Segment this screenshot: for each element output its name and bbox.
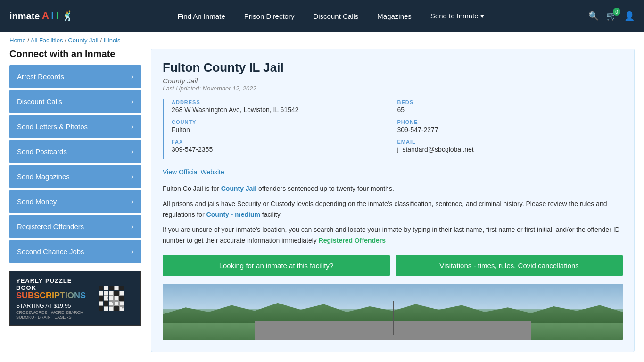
sidebar-label-send-postcards: Send Postcards <box>17 148 67 156</box>
chevron-right-icon: › <box>131 72 134 82</box>
sidebar-label-send-money: Send Money <box>17 197 57 206</box>
sidebar-label-second-chance-jobs: Second Chance Jobs <box>17 247 84 255</box>
sidebar-menu: Arrest Records › Discount Calls › Send L… <box>9 65 141 263</box>
chevron-right-icon: › <box>131 147 134 156</box>
beds-value: 65 <box>397 106 623 114</box>
facility-name: Fulton County IL Jail <box>163 60 623 75</box>
sidebar-label-arrest-records: Arrest Records <box>17 73 64 81</box>
ad-line3: STARTING AT $19.95 <box>16 303 86 309</box>
desc-para-3: If you are unsure of your inmate's locat… <box>163 224 623 246</box>
sidebar-item-send-postcards[interactable]: Send Postcards › <box>9 140 141 163</box>
facility-info-grid: ADDRESS 268 W Washington Ave, Lewiston, … <box>163 99 623 159</box>
breadcrumb-state[interactable]: Illinois <box>103 37 120 44</box>
main-nav: Find An Inmate Prison Directory Discount… <box>88 12 574 20</box>
sidebar-item-send-magazines[interactable]: Send Magazines › <box>9 165 141 188</box>
chevron-right-icon: › <box>131 122 134 132</box>
email-value: j_standard@sbcglobal.net <box>397 146 623 153</box>
nav-find-inmate[interactable]: Find An Inmate <box>178 12 225 20</box>
facility-updated: Last Updated: November 12, 2022 <box>163 85 623 92</box>
beds-label: BEDS <box>397 99 623 105</box>
ad-line4: CROSSWORDS · WORD SEARCH · SUDOKU · BRAI… <box>16 310 86 320</box>
cart-button[interactable]: 🛒 0 <box>606 11 617 21</box>
facility-photo <box>163 284 623 340</box>
sidebar-title: Connect with an Inmate <box>9 49 141 59</box>
site-logo[interactable]: inmate All 🕺 <box>9 10 74 22</box>
info-fax: FAX 309-547-2355 <box>172 139 397 153</box>
logo-figure-icon: 🕺 <box>62 10 74 22</box>
official-website-link[interactable]: View Official Website <box>163 168 224 176</box>
breadcrumb: Home / All Facilities / County Jail / Il… <box>0 32 644 49</box>
county-value: Fulton <box>172 126 397 133</box>
header-icons: 🔍 🛒 0 👤 <box>588 11 635 21</box>
visitations-button[interactable]: Visitations - times, rules, Covid cancel… <box>396 255 623 276</box>
phone-label: PHONE <box>397 119 623 125</box>
cart-badge: 0 <box>613 8 620 16</box>
desc-para-2: All prisons and jails have Security or C… <box>163 198 623 220</box>
sidebar: Connect with an Inmate Arrest Records › … <box>9 49 141 326</box>
desc-para-1: Fulton Co Jail is for County Jail offend… <box>163 183 623 194</box>
account-button[interactable]: 👤 <box>624 11 635 21</box>
sidebar-item-second-chance-jobs[interactable]: Second Chance Jobs › <box>9 240 141 263</box>
sidebar-label-registered-offenders: Registered Offenders <box>17 222 84 230</box>
breadcrumb-all-facilities[interactable]: All Facilities <box>31 37 63 44</box>
chevron-right-icon: › <box>131 247 134 256</box>
chevron-right-icon: › <box>131 222 134 231</box>
registered-offenders-link[interactable]: Registered Offenders <box>319 237 386 244</box>
looking-for-inmate-button[interactable]: Looking for an inmate at this facility? <box>163 255 390 276</box>
sidebar-item-send-money[interactable]: Send Money › <box>9 190 141 213</box>
email-label: EMAIL <box>397 139 623 145</box>
photo-pole <box>393 301 394 335</box>
logo-inmate-text: inmate <box>9 11 40 22</box>
fax-value: 309-547-2355 <box>172 146 397 153</box>
logo-all-text: A <box>41 10 49 22</box>
facility-description: Fulton Co Jail is for County Jail offend… <box>163 183 623 246</box>
breadcrumb-county-jail[interactable]: County Jail <box>68 37 98 44</box>
county-medium-link[interactable]: County - medium <box>206 211 260 218</box>
ad-line1: YEARLY PUZZLE BOOK <box>16 277 86 291</box>
ad-line2: SUBSCRIPTIONS <box>16 291 86 301</box>
puzzle-grid-icon: 1 4 5 2 <box>99 286 124 311</box>
sidebar-item-registered-offenders[interactable]: Registered Offenders › <box>9 215 141 238</box>
chevron-right-icon: › <box>131 172 134 181</box>
facility-card: Fulton County IL Jail County Jail Last U… <box>151 49 635 352</box>
search-button[interactable]: 🔍 <box>588 11 599 21</box>
address-label: ADDRESS <box>172 99 397 105</box>
fax-label: FAX <box>172 139 397 145</box>
chevron-right-icon: › <box>131 197 134 206</box>
sidebar-item-send-letters[interactable]: Send Letters & Photos › <box>9 115 141 138</box>
info-phone: PHONE 309-547-2277 <box>397 119 623 133</box>
county-jail-link-1[interactable]: County Jail <box>221 185 256 192</box>
breadcrumb-home[interactable]: Home <box>9 37 26 44</box>
sidebar-label-send-letters: Send Letters & Photos <box>17 123 88 131</box>
nav-discount-calls[interactable]: Discount Calls <box>313 12 358 20</box>
info-beds: BEDS 65 <box>397 99 623 114</box>
info-address: ADDRESS 268 W Washington Ave, Lewiston, … <box>172 99 397 114</box>
address-value: 268 W Washington Ave, Lewiston, IL 61542 <box>172 106 397 114</box>
info-county: COUNTY Fulton <box>172 119 397 133</box>
site-header: inmate All 🕺 Find An Inmate Prison Direc… <box>0 0 644 32</box>
facility-type: County Jail <box>163 77 623 85</box>
info-email: EMAIL j_standard@sbcglobal.net <box>397 139 623 153</box>
action-buttons: Looking for an inmate at this facility? … <box>163 255 623 276</box>
nav-magazines[interactable]: Magazines <box>377 12 412 20</box>
ad-banner[interactable]: YEARLY PUZZLE BOOK SUBSCRIPTIONS STARTIN… <box>9 271 141 326</box>
sidebar-label-send-magazines: Send Magazines <box>17 173 70 181</box>
main-content: Fulton County IL Jail County Jail Last U… <box>151 49 635 352</box>
sidebar-item-arrest-records[interactable]: Arrest Records › <box>9 65 141 88</box>
main-layout: Connect with an Inmate Arrest Records › … <box>0 49 644 352</box>
chevron-right-icon: › <box>131 97 134 107</box>
nav-send-to-inmate[interactable]: Send to Inmate ▾ <box>430 12 484 20</box>
phone-value: 309-547-2277 <box>397 126 623 133</box>
sidebar-label-discount-calls: Discount Calls <box>17 98 62 106</box>
county-label: COUNTY <box>172 119 397 125</box>
nav-prison-directory[interactable]: Prison Directory <box>244 12 295 20</box>
sidebar-item-discount-calls[interactable]: Discount Calls › <box>9 90 141 113</box>
